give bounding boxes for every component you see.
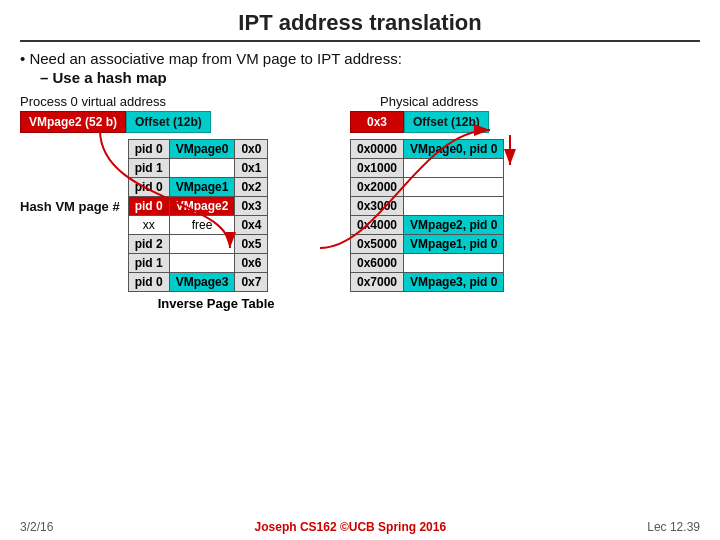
ipt-pid: xx (128, 216, 169, 235)
left-section: Process 0 virtual address VMpage2 (52 b)… (20, 94, 340, 311)
ipt-index: 0x4 (235, 216, 268, 235)
footer-center: Joseph CS162 ©UCB Spring 2016 (255, 520, 447, 534)
phys-row: 0x7000VMpage3, pid 0 (351, 273, 504, 292)
ipt-vmpage: VMpage2 (169, 197, 235, 216)
phys-content (404, 254, 504, 273)
ipt-pid: pid 0 (128, 178, 169, 197)
phys-row: 0x4000VMpage2, pid 0 (351, 216, 504, 235)
footer-left: 3/2/16 (20, 520, 53, 534)
ipt-index: 0x2 (235, 178, 268, 197)
phys-content: VMpage1, pid 0 (404, 235, 504, 254)
inverse-label: Inverse Page Table (158, 296, 275, 311)
ipt-table-container: pid 0VMpage00x0pid 10x1pid 0VMpage10x2pi… (128, 139, 275, 311)
ipt-index: 0x3 (235, 197, 268, 216)
ipt-pid: pid 1 (128, 159, 169, 178)
ipt-pid: pid 1 (128, 254, 169, 273)
phys-addr: 0x7000 (351, 273, 404, 292)
ipt-vmpage: VMpage0 (169, 140, 235, 159)
ipt-index: 0x5 (235, 235, 268, 254)
phys-content: VMpage0, pid 0 (404, 140, 504, 159)
ipt-row: pid 20x5 (128, 235, 268, 254)
ipt-vmpage: VMpage1 (169, 178, 235, 197)
phys-addr: 0x4000 (351, 216, 404, 235)
ipt-row: pid 0VMpage10x2 (128, 178, 268, 197)
phys-addr: 0x0000 (351, 140, 404, 159)
ipt-row: pid 10x1 (128, 159, 268, 178)
pa-box-addr: 0x3 (350, 111, 404, 133)
phys-addr: 0x3000 (351, 197, 404, 216)
ipt-pid: pid 0 (128, 197, 169, 216)
footer-right: Lec 12.39 (647, 520, 700, 534)
main-bullet: • Need an associative map from VM page t… (20, 50, 700, 67)
phys-row: 0x5000VMpage1, pid 0 (351, 235, 504, 254)
ipt-index: 0x7 (235, 273, 268, 292)
ipt-vmpage (169, 254, 235, 273)
va-boxes: VMpage2 (52 b) Offset (12b) (20, 111, 211, 133)
phys-addr: 0x1000 (351, 159, 404, 178)
page: IPT address translation • Need an associ… (0, 0, 720, 540)
ipt-row: pid 0VMpage00x0 (128, 140, 268, 159)
ipt-table-wrapper: Hash VM page # pid 0VMpage00x0pid 10x1pi… (20, 139, 275, 311)
phys-row: 0x6000 (351, 254, 504, 273)
page-title: IPT address translation (20, 10, 700, 42)
ipt-pid: pid 0 (128, 273, 169, 292)
ipt-index: 0x6 (235, 254, 268, 273)
va-box-vmpage: VMpage2 (52 b) (20, 111, 126, 133)
phys-content (404, 178, 504, 197)
physical-label: Physical address (380, 94, 478, 109)
phys-row: 0x0000VMpage0, pid 0 (351, 140, 504, 159)
va-box-offset: Offset (12b) (126, 111, 211, 133)
pa-box-offset: Offset (12b) (404, 111, 489, 133)
ipt-pid: pid 0 (128, 140, 169, 159)
diagram-area: Process 0 virtual address VMpage2 (52 b)… (20, 94, 700, 311)
sub-bullet: – Use a hash map (40, 69, 700, 86)
hash-label: Hash VM page # (20, 199, 120, 214)
ipt-index: 0x1 (235, 159, 268, 178)
pa-boxes: 0x3 Offset (12b) (350, 111, 489, 133)
phys-addr: 0x2000 (351, 178, 404, 197)
ipt-pid: pid 2 (128, 235, 169, 254)
ipt-vmpage (169, 159, 235, 178)
footer: 3/2/16 Joseph CS162 ©UCB Spring 2016 Lec… (20, 520, 700, 534)
process-label: Process 0 virtual address (20, 94, 166, 109)
ipt-vmpage: VMpage3 (169, 273, 235, 292)
ipt-row: pid 0VMpage20x3 (128, 197, 268, 216)
phys-row: 0x1000 (351, 159, 504, 178)
ipt-table: pid 0VMpage00x0pid 10x1pid 0VMpage10x2pi… (128, 139, 269, 292)
phys-row: 0x3000 (351, 197, 504, 216)
ipt-row: pid 10x6 (128, 254, 268, 273)
phys-content: VMpage3, pid 0 (404, 273, 504, 292)
phys-content (404, 159, 504, 178)
ipt-row: pid 0VMpage30x7 (128, 273, 268, 292)
phys-content: VMpage2, pid 0 (404, 216, 504, 235)
phys-addr: 0x5000 (351, 235, 404, 254)
phys-content (404, 197, 504, 216)
ipt-row: xxfree0x4 (128, 216, 268, 235)
phys-row: 0x2000 (351, 178, 504, 197)
phys-addr: 0x6000 (351, 254, 404, 273)
phys-table: 0x0000VMpage0, pid 00x10000x20000x30000x… (350, 139, 504, 292)
ipt-index: 0x0 (235, 140, 268, 159)
ipt-vmpage: free (169, 216, 235, 235)
right-section: Physical address 0x3 Offset (12b) 0x0000… (350, 94, 550, 292)
ipt-vmpage (169, 235, 235, 254)
